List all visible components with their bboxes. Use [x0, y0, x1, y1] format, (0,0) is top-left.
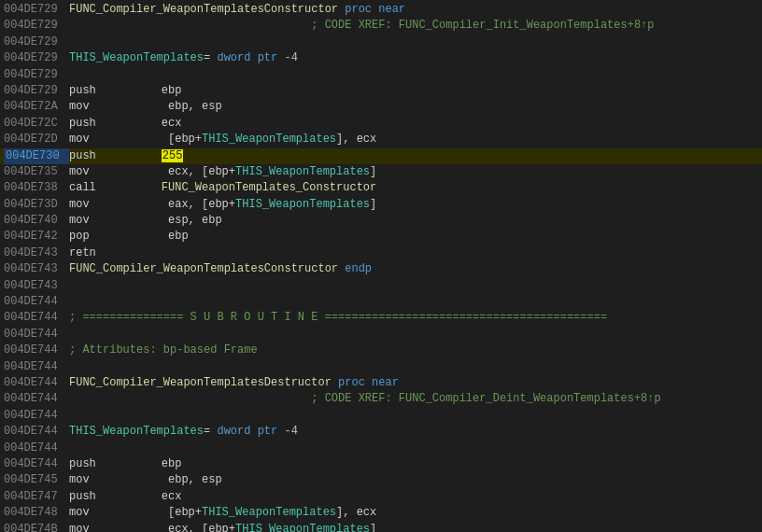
code-line: 004DE729 — [0, 35, 762, 50]
address: 004DE744 — [4, 343, 69, 358]
address: 004DE747 — [4, 489, 69, 505]
code-line: 004DE744 ; =============== S U B R O U T… — [0, 310, 762, 326]
address: 004DE744 — [4, 391, 69, 407]
address: 004DE743 — [4, 278, 69, 294]
address: 004DE729 — [4, 18, 69, 34]
mnemonic: mov — [69, 213, 134, 229]
mnemonic: mov — [69, 522, 134, 533]
address: 004DE72D — [4, 132, 69, 147]
mnemonic: mov — [69, 472, 134, 488]
address: 004DE735 — [4, 164, 69, 180]
code-line: 004DE744 THIS_WeaponTemplates= dword ptr… — [0, 424, 762, 440]
line-content: ; Attributes: bp-based Frame — [69, 343, 258, 358]
address: 004DE742 — [4, 229, 69, 245]
line-content: FUNC_Compiler_WeaponTemplatesConstructor… — [69, 2, 405, 18]
code-line: 004DE72D mov [ebp+THIS_WeaponTemplates],… — [0, 132, 762, 147]
mnemonic: mov — [69, 505, 134, 521]
address: 004DE744 — [4, 359, 69, 375]
mnemonic: mov — [69, 197, 134, 213]
code-line: 004DE73D mov eax, [ebp+THIS_WeaponTempla… — [0, 197, 762, 213]
code-line: 004DE744 ; Attributes: bp-based Frame — [0, 343, 762, 358]
address: 004DE72C — [4, 116, 69, 132]
address: 004DE729 — [4, 83, 69, 99]
operand: ecx, [ebp+THIS_WeaponTemplates] — [134, 164, 376, 180]
highlighted-number: 255 — [162, 149, 184, 162]
address: 004DE744 — [4, 408, 69, 424]
address: 004DE748 — [4, 505, 69, 521]
code-line: 004DE744 — [0, 294, 762, 310]
line-content: THIS_WeaponTemplates= dword ptr -4 — [69, 424, 298, 440]
line-content: ; =============== S U B R O U T I N E ==… — [69, 310, 607, 326]
address: 004DE74B — [4, 522, 69, 533]
mnemonic: push — [69, 116, 134, 132]
mnemonic: mov — [69, 99, 134, 115]
address: 004DE743 — [4, 245, 69, 261]
mnemonic: mov — [69, 132, 134, 147]
code-line: 004DE742 pop ebp — [0, 229, 762, 245]
mnemonic: push — [69, 83, 134, 99]
operand: FUNC_WeaponTemplates_Constructor — [134, 180, 376, 196]
function-ref: FUNC_WeaponTemplates_Constructor — [162, 181, 376, 194]
operand: esp, ebp — [134, 213, 222, 229]
address: 004DE729 — [4, 2, 69, 18]
code-line: 004DE744 ; CODE XREF: FUNC_Compiler_Dein… — [0, 391, 762, 407]
mnemonic: retn — [69, 245, 134, 261]
code-line: 004DE74B mov ecx, [ebp+THIS_WeaponTempla… — [0, 522, 762, 533]
operand: ecx — [134, 116, 181, 132]
address: 004DE729 — [4, 50, 69, 66]
code-line: 004DE72A mov ebp, esp — [0, 99, 762, 115]
address: 004DE740 — [4, 213, 69, 229]
address: 004DE744 — [4, 294, 69, 310]
address: 004DE729 — [4, 35, 69, 50]
code-view: 004DE729 FUNC_Compiler_WeaponTemplatesCo… — [0, 0, 762, 532]
address: 004DE745 — [4, 472, 69, 488]
code-line: 004DE743 retn — [0, 245, 762, 261]
mnemonic: push — [69, 148, 134, 164]
mnemonic: push — [69, 489, 134, 505]
operand: ebp, esp — [134, 99, 222, 115]
operand: 255 — [134, 148, 183, 164]
mnemonic: push — [69, 456, 134, 472]
code-line: 004DE743 — [0, 278, 762, 294]
address: 004DE729 — [4, 67, 69, 83]
code-line: 004DE744 — [0, 327, 762, 343]
address: 004DE744 — [4, 310, 69, 326]
address: 004DE743 — [4, 261, 69, 277]
line-content: FUNC_Compiler_WeaponTemplatesConstructor… — [69, 261, 372, 277]
line-content: THIS_WeaponTemplates= dword ptr -4 — [69, 50, 298, 66]
code-line: 004DE744 — [0, 359, 762, 375]
address: 004DE744 — [4, 375, 69, 391]
mnemonic: call — [69, 180, 134, 196]
code-line: 004DE744 — [0, 408, 762, 424]
line-content: FUNC_Compiler_WeaponTemplatesDestructor … — [69, 375, 399, 391]
code-line: 004DE744 push ebp — [0, 456, 762, 472]
code-line: 004DE743 FUNC_Compiler_WeaponTemplatesCo… — [0, 261, 762, 277]
address: 004DE744 — [4, 456, 69, 472]
line-content: ; CODE XREF: FUNC_Compiler_Init_WeaponTe… — [69, 18, 655, 34]
address: 004DE73D — [4, 197, 69, 213]
address: 004DE730 — [4, 148, 69, 164]
code-line: 004DE744 — [0, 441, 762, 456]
address: 004DE738 — [4, 180, 69, 196]
operand: ebp, esp — [134, 472, 222, 488]
code-line: 004DE730 push 255 — [0, 148, 762, 164]
code-line: 004DE72C push ecx — [0, 116, 762, 132]
operand: ebp — [134, 456, 181, 472]
code-line: 004DE729 ; CODE XREF: FUNC_Compiler_Init… — [0, 18, 762, 34]
operand: ebp — [134, 229, 189, 245]
code-line: 004DE738 call FUNC_WeaponTemplates_Const… — [0, 180, 762, 196]
code-line: 004DE748 mov [ebp+THIS_WeaponTemplates],… — [0, 505, 762, 521]
address: 004DE744 — [4, 327, 69, 343]
address: 004DE744 — [4, 441, 69, 456]
operand: ecx — [134, 489, 181, 505]
code-line: 004DE744 FUNC_Compiler_WeaponTemplatesDe… — [0, 375, 762, 391]
code-line: 004DE729 push ebp — [0, 83, 762, 99]
line-content: ; CODE XREF: FUNC_Compiler_Deint_WeaponT… — [69, 391, 661, 407]
mnemonic: mov — [69, 164, 134, 180]
operand: ecx, [ebp+THIS_WeaponTemplates] — [134, 522, 376, 533]
mnemonic: pop — [69, 229, 134, 245]
code-line: 004DE745 mov ebp, esp — [0, 472, 762, 488]
operand: [ebp+THIS_WeaponTemplates], ecx — [134, 132, 376, 147]
operand: ebp — [134, 83, 181, 99]
code-line: 004DE729 — [0, 67, 762, 83]
